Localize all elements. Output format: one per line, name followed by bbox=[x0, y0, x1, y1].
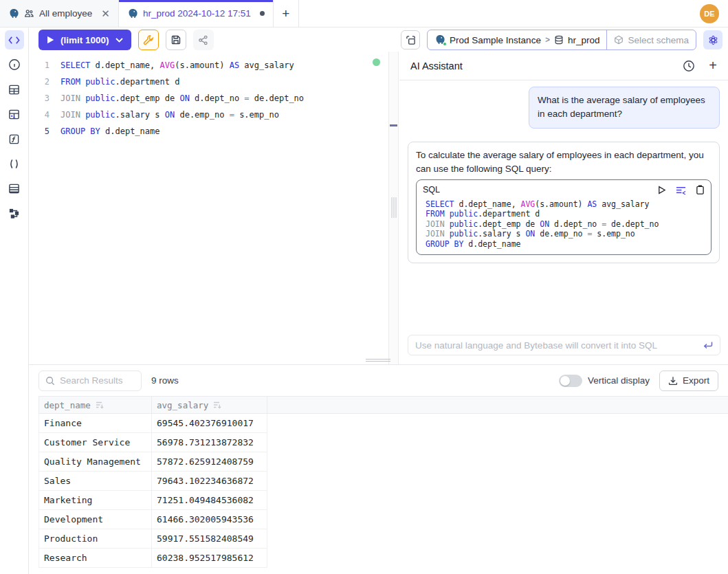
column-header-dept-name[interactable]: dept_name bbox=[38, 397, 151, 413]
new-tab-button[interactable]: + bbox=[274, 0, 299, 27]
results-table-body: Finance69545.402376910017Customer Servic… bbox=[38, 414, 728, 568]
instance-online-dot bbox=[443, 42, 447, 46]
unsaved-dot-icon bbox=[260, 11, 265, 16]
instance-name: Prod Sample Instance bbox=[450, 35, 541, 45]
run-button-label: (limit 1000) bbox=[60, 35, 109, 45]
table-cell: 59917.551582408549 bbox=[151, 529, 267, 549]
run-code-button[interactable] bbox=[657, 186, 666, 195]
tab-all-employee[interactable]: All employee ✕ bbox=[0, 0, 119, 27]
insert-lines-icon bbox=[676, 186, 686, 195]
share-icon bbox=[198, 35, 208, 45]
table-cell: Development bbox=[38, 510, 151, 529]
results-table: dept_name avg_salary Finance69545.402376… bbox=[38, 396, 728, 568]
row-count-label: 9 rows bbox=[151, 375, 179, 386]
table-cell-empty bbox=[267, 472, 728, 491]
ai-assistant-header: AI Assistant + bbox=[399, 52, 728, 80]
select-schema-button[interactable]: Select schema bbox=[606, 30, 696, 49]
table-row: Marketing71251.049484536082 bbox=[38, 491, 728, 510]
external-table-icon bbox=[8, 109, 20, 120]
sidebar-item-views[interactable] bbox=[5, 179, 24, 198]
sidebar-item-info[interactable] bbox=[5, 55, 24, 74]
save-sheet-button[interactable] bbox=[166, 30, 186, 50]
line-number-gutter: 12345 bbox=[29, 57, 60, 140]
user-avatar[interactable]: DE bbox=[700, 4, 719, 23]
table-cell: 56978.731213872832 bbox=[151, 433, 267, 452]
enter-return-icon bbox=[703, 341, 713, 349]
table-row: Development61466.302005943536 bbox=[38, 510, 728, 529]
results-toolbar: Search Results 9 rows Vertical display E… bbox=[29, 365, 728, 396]
drag-handle-icon[interactable] bbox=[391, 197, 396, 218]
new-chat-button[interactable]: + bbox=[709, 58, 717, 74]
clipboard-icon bbox=[696, 185, 705, 195]
editor-scrollbar-thumb[interactable] bbox=[390, 124, 397, 126]
table-cell: 69545.402376910017 bbox=[151, 414, 267, 433]
parentheses-icon bbox=[8, 158, 20, 170]
table-cell-empty bbox=[267, 433, 728, 452]
panel-vertical-divider[interactable] bbox=[388, 52, 399, 364]
save-icon bbox=[170, 34, 181, 45]
code-language-label: SQL bbox=[423, 184, 440, 197]
schema-cube-icon bbox=[614, 35, 624, 45]
column-header-empty bbox=[267, 397, 728, 413]
tab-hr-prod[interactable]: hr_prod 2024-10-12 17:51 bbox=[119, 0, 274, 27]
run-query-button[interactable]: (limit 1000) bbox=[38, 30, 131, 50]
table-cell-empty bbox=[267, 414, 728, 433]
table-row: Research60238.952517985612 bbox=[38, 549, 728, 568]
sql-code-lines: SELECT d.dept_name, AVG(s.amount) AS avg… bbox=[60, 57, 304, 140]
table-cell: 71251.049484536082 bbox=[151, 491, 267, 510]
results-table-header: dept_name avg_salary bbox=[38, 396, 728, 414]
ai-assistant-toggle-button[interactable] bbox=[703, 30, 723, 49]
instance-database-selector[interactable]: Prod Sample Instance > hr_prod bbox=[428, 30, 606, 49]
query-results-panel: Search Results 9 rows Vertical display E… bbox=[29, 364, 728, 574]
table-cell-empty bbox=[267, 491, 728, 510]
select-schema-placeholder: Select schema bbox=[628, 35, 689, 45]
tab-label: hr_prod 2024-10-12 17:51 bbox=[143, 8, 251, 19]
sidebar-item-functions[interactable] bbox=[5, 129, 24, 148]
openai-logo-icon bbox=[707, 34, 719, 46]
connection-status-dot bbox=[373, 58, 380, 66]
table-row: Quality Management57872.625912408759 bbox=[38, 452, 728, 472]
sql-code-card: SQL SELECT d.dept_name, AVG(s.amount) AS… bbox=[416, 179, 712, 255]
table-cell: 79643.102234636872 bbox=[151, 472, 267, 491]
play-outline-icon bbox=[657, 186, 666, 195]
postgres-elephant-icon bbox=[127, 8, 138, 19]
insert-into-editor-button[interactable] bbox=[676, 186, 686, 195]
tab-bar: All employee ✕ hr_prod 2024-10-12 17:51 … bbox=[0, 0, 728, 27]
column-header-avg-salary[interactable]: avg_salary bbox=[151, 397, 267, 413]
vertical-display-toggle[interactable] bbox=[559, 375, 582, 387]
chat-message-list: What is the average salary of employees … bbox=[399, 80, 728, 263]
close-icon[interactable]: ✕ bbox=[101, 8, 110, 20]
table-cell-empty bbox=[267, 549, 728, 568]
chat-history-button[interactable] bbox=[683, 60, 695, 72]
sidebar-item-external-tables[interactable] bbox=[5, 104, 24, 124]
export-button[interactable]: Export bbox=[659, 371, 718, 391]
info-icon bbox=[8, 58, 21, 71]
export-label: Export bbox=[683, 375, 709, 386]
share-button[interactable] bbox=[193, 30, 214, 50]
clock-icon bbox=[683, 60, 695, 72]
table-cell: Quality Management bbox=[38, 452, 151, 472]
chevron-down-icon bbox=[115, 38, 123, 43]
table-row: Sales79643.102234636872 bbox=[38, 472, 728, 491]
results-panel-drag-handle[interactable] bbox=[366, 359, 390, 362]
table-cell-empty bbox=[267, 452, 728, 472]
batch-query-button[interactable] bbox=[401, 30, 420, 49]
search-placeholder: Search Results bbox=[60, 375, 123, 386]
sql-code-editor[interactable]: 12345 SELECT d.dept_name, AVG(s.amount) … bbox=[29, 52, 388, 364]
sidebar-item-schema-diagram[interactable] bbox=[5, 203, 24, 223]
download-icon bbox=[668, 376, 678, 386]
table-cell: Finance bbox=[38, 414, 151, 433]
view-table-icon bbox=[8, 183, 20, 195]
ai-prompt-input[interactable]: Use natural language and Bytebase will c… bbox=[408, 335, 720, 355]
table-cell: 60238.952517985612 bbox=[151, 549, 267, 568]
sidebar-item-procedures[interactable] bbox=[5, 154, 24, 173]
assistant-message: To calculate the average salary of emplo… bbox=[408, 142, 720, 264]
ai-assistant-panel: AI Assistant + What is the average salar… bbox=[399, 52, 728, 364]
format-sql-button[interactable] bbox=[138, 30, 159, 50]
copy-code-button[interactable] bbox=[696, 185, 705, 195]
sidebar-item-worksheet[interactable] bbox=[5, 30, 24, 49]
group-icon bbox=[24, 8, 34, 19]
postgres-elephant-icon bbox=[8, 8, 19, 19]
sidebar-item-tables[interactable] bbox=[5, 80, 24, 99]
search-results-input[interactable]: Search Results bbox=[38, 371, 142, 391]
